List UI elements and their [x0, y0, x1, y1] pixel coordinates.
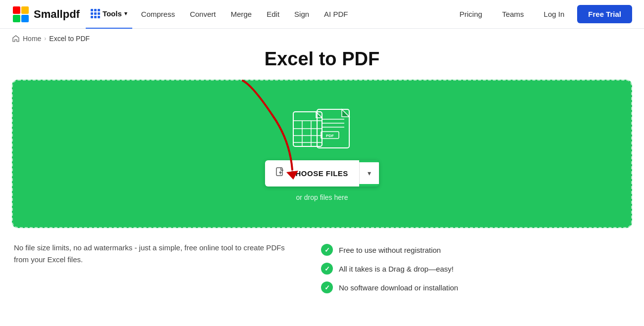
file-icons-area: PDF	[292, 107, 352, 151]
svg-rect-19	[276, 168, 282, 176]
feature-label-2: All it takes is a Drag & drop—easy!	[339, 265, 454, 273]
choose-files-group: CHOOSE FILES ▾	[265, 160, 379, 186]
feature-item-2: All it takes is a Drag & drop—easy!	[321, 263, 630, 275]
navbar: Smallpdf Tools ▾ Compress Convert Merge …	[0, 0, 644, 29]
breadcrumb-current: Excel to PDF	[49, 35, 90, 43]
svg-rect-4	[21, 15, 29, 22]
nav-merge[interactable]: Merge	[224, 0, 259, 29]
drop-zone[interactable]: PDF CHOOSE FILES ▾	[12, 80, 632, 228]
svg-text:PDF: PDF	[326, 134, 334, 138]
info-features: Free to use without registration All it …	[321, 242, 630, 293]
main-content: Excel to PDF	[0, 48, 644, 308]
nav-pricing[interactable]: Pricing	[453, 7, 489, 21]
breadcrumb-sep: ›	[44, 35, 46, 42]
home-icon	[12, 35, 20, 43]
choose-files-button[interactable]: CHOOSE FILES	[265, 160, 359, 186]
nav-edit[interactable]: Edit	[260, 0, 286, 29]
nav-compress[interactable]: Compress	[134, 0, 182, 29]
upload-file-icon	[276, 167, 285, 180]
breadcrumb-home[interactable]: Home	[23, 35, 41, 43]
tools-label: Tools	[103, 9, 122, 18]
drop-hint: or drop files here	[296, 193, 348, 201]
nav-sign[interactable]: Sign	[287, 0, 316, 29]
feature-label-1: Free to use without registration	[339, 246, 441, 254]
info-text: No file size limits, no ad watermarks - …	[14, 242, 301, 266]
svg-rect-3	[13, 15, 20, 22]
tools-chevron-icon: ▾	[124, 10, 127, 17]
choose-files-label: CHOOSE FILES	[290, 169, 348, 178]
logo-icon	[12, 5, 30, 23]
brand-name: Smallpdf	[34, 8, 80, 21]
nav-right: Pricing Teams Log In Free Trial	[453, 5, 632, 23]
tools-menu-button[interactable]: Tools ▾	[86, 0, 132, 29]
choose-files-dropdown[interactable]: ▾	[359, 162, 379, 184]
chevron-down-icon: ▾	[368, 169, 371, 177]
page-title: Excel to PDF	[12, 48, 632, 70]
excel-to-pdf-icon: PDF	[292, 107, 352, 151]
feature-label-3: No software download or installation	[339, 283, 458, 292]
info-section: No file size limits, no ad watermarks - …	[12, 242, 632, 293]
grid-icon	[91, 9, 100, 18]
info-description: No file size limits, no ad watermarks - …	[14, 242, 301, 293]
logo[interactable]: Smallpdf	[12, 5, 80, 23]
free-trial-button[interactable]: Free Trial	[577, 5, 632, 23]
login-button[interactable]: Log In	[537, 7, 572, 21]
breadcrumb: Home › Excel to PDF	[0, 29, 644, 48]
feature-item-1: Free to use without registration	[321, 244, 630, 256]
nav-teams[interactable]: Teams	[495, 7, 531, 21]
check-icon-2	[321, 263, 333, 275]
check-icon-1	[321, 244, 333, 256]
nav-convert[interactable]: Convert	[183, 0, 223, 29]
check-icon-3	[321, 281, 333, 293]
nav-ai-pdf[interactable]: AI PDF	[317, 0, 355, 29]
nav-links: Compress Convert Merge Edit Sign AI PDF	[134, 0, 453, 29]
svg-rect-2	[21, 6, 29, 14]
svg-rect-1	[13, 6, 20, 14]
feature-item-3: No software download or installation	[321, 281, 630, 293]
